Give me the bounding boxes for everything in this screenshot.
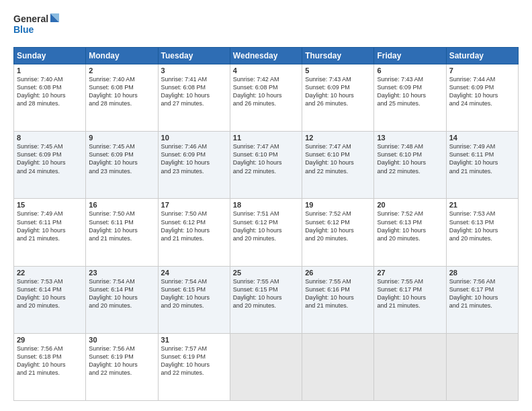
calendar-cell: [302, 333, 374, 400]
day-info: Sunrise: 7:54 AMSunset: 6:14 PMDaylight:…: [89, 277, 154, 310]
calendar-cell: 5Sunrise: 7:43 AMSunset: 6:09 PMDaylight…: [302, 64, 374, 132]
calendar-cell: 2Sunrise: 7:40 AMSunset: 6:08 PMDaylight…: [86, 64, 158, 132]
calendar-cell: 26Sunrise: 7:55 AMSunset: 6:16 PMDayligh…: [302, 266, 374, 333]
page: GeneralBlue SundayMondayTuesdayWednesday…: [0, 0, 532, 411]
day-info: Sunrise: 7:56 AMSunset: 6:19 PMDaylight:…: [89, 345, 154, 377]
day-number: 5: [305, 66, 371, 75]
calendar-cell: 23Sunrise: 7:54 AMSunset: 6:14 PMDayligh…: [86, 266, 158, 333]
day-info: Sunrise: 7:43 AMSunset: 6:09 PMDaylight:…: [305, 75, 371, 108]
calendar-cell: 11Sunrise: 7:47 AMSunset: 6:10 PMDayligh…: [230, 132, 302, 199]
day-number: 10: [161, 134, 227, 142]
calendar-cell: 7Sunrise: 7:44 AMSunset: 6:09 PMDaylight…: [446, 64, 518, 132]
calendar-cell: 22Sunrise: 7:53 AMSunset: 6:14 PMDayligh…: [14, 266, 86, 333]
calendar-table: SundayMondayTuesdayWednesdayThursdayFrid…: [13, 47, 519, 401]
day-info: Sunrise: 7:45 AMSunset: 6:09 PMDaylight:…: [89, 142, 154, 175]
day-number: 1: [17, 66, 83, 75]
logo: GeneralBlue: [13, 10, 60, 40]
day-number: 26: [305, 269, 371, 277]
calendar-cell: 17Sunrise: 7:50 AMSunset: 6:12 PMDayligh…: [158, 199, 230, 266]
day-number: 18: [233, 201, 299, 209]
day-info: Sunrise: 7:47 AMSunset: 6:10 PMDaylight:…: [305, 142, 371, 175]
day-info: Sunrise: 7:45 AMSunset: 6:09 PMDaylight:…: [17, 142, 83, 175]
calendar-header-row: SundayMondayTuesdayWednesdayThursdayFrid…: [14, 48, 519, 64]
day-number: 15: [17, 201, 83, 209]
day-number: 28: [449, 269, 515, 277]
calendar-day-header: Wednesday: [230, 48, 302, 64]
day-info: Sunrise: 7:56 AMSunset: 6:17 PMDaylight:…: [449, 277, 515, 310]
calendar-week-row: 29Sunrise: 7:56 AMSunset: 6:18 PMDayligh…: [14, 333, 519, 400]
calendar-cell: 21Sunrise: 7:53 AMSunset: 6:13 PMDayligh…: [446, 199, 518, 266]
day-info: Sunrise: 7:44 AMSunset: 6:09 PMDaylight:…: [449, 75, 515, 108]
day-number: 13: [377, 134, 443, 142]
day-info: Sunrise: 7:40 AMSunset: 6:08 PMDaylight:…: [17, 75, 83, 108]
day-info: Sunrise: 7:40 AMSunset: 6:08 PMDaylight:…: [89, 75, 154, 108]
day-info: Sunrise: 7:51 AMSunset: 6:12 PMDaylight:…: [233, 210, 299, 242]
day-number: 2: [89, 66, 154, 75]
day-info: Sunrise: 7:41 AMSunset: 6:08 PMDaylight:…: [161, 75, 227, 108]
calendar-cell: [230, 333, 302, 400]
day-info: Sunrise: 7:43 AMSunset: 6:09 PMDaylight:…: [377, 75, 443, 108]
day-info: Sunrise: 7:50 AMSunset: 6:12 PMDaylight:…: [161, 210, 227, 242]
day-number: 8: [17, 134, 83, 142]
calendar-cell: [374, 333, 446, 400]
calendar-cell: 13Sunrise: 7:48 AMSunset: 6:10 PMDayligh…: [374, 132, 446, 199]
day-number: 20: [377, 201, 443, 209]
day-number: 31: [161, 336, 227, 344]
calendar-cell: 28Sunrise: 7:56 AMSunset: 6:17 PMDayligh…: [446, 266, 518, 333]
day-number: 23: [89, 269, 154, 277]
calendar-cell: 14Sunrise: 7:49 AMSunset: 6:11 PMDayligh…: [446, 132, 518, 199]
calendar-week-row: 15Sunrise: 7:49 AMSunset: 6:11 PMDayligh…: [14, 199, 519, 266]
svg-text:General: General: [13, 13, 48, 24]
day-info: Sunrise: 7:57 AMSunset: 6:19 PMDaylight:…: [161, 345, 227, 377]
calendar-day-header: Monday: [86, 48, 158, 64]
day-info: Sunrise: 7:50 AMSunset: 6:11 PMDaylight:…: [89, 210, 154, 242]
calendar-cell: 30Sunrise: 7:56 AMSunset: 6:19 PMDayligh…: [86, 333, 158, 400]
day-info: Sunrise: 7:49 AMSunset: 6:11 PMDaylight:…: [449, 142, 515, 175]
calendar-week-row: 1Sunrise: 7:40 AMSunset: 6:08 PMDaylight…: [14, 64, 519, 132]
day-number: 4: [233, 66, 299, 75]
calendar-cell: 1Sunrise: 7:40 AMSunset: 6:08 PMDaylight…: [14, 64, 86, 132]
day-number: 17: [161, 201, 227, 209]
logo-svg: GeneralBlue: [13, 10, 60, 40]
calendar-cell: 24Sunrise: 7:54 AMSunset: 6:15 PMDayligh…: [158, 266, 230, 333]
day-number: 27: [377, 269, 443, 277]
calendar-cell: 3Sunrise: 7:41 AMSunset: 6:08 PMDaylight…: [158, 64, 230, 132]
day-number: 12: [305, 134, 371, 142]
calendar-day-header: Tuesday: [158, 48, 230, 64]
day-number: 22: [17, 269, 83, 277]
header: GeneralBlue: [13, 10, 519, 40]
calendar-cell: 12Sunrise: 7:47 AMSunset: 6:10 PMDayligh…: [302, 132, 374, 199]
calendar-cell: 6Sunrise: 7:43 AMSunset: 6:09 PMDaylight…: [374, 64, 446, 132]
day-info: Sunrise: 7:49 AMSunset: 6:11 PMDaylight:…: [17, 210, 83, 242]
calendar-week-row: 8Sunrise: 7:45 AMSunset: 6:09 PMDaylight…: [14, 132, 519, 199]
day-info: Sunrise: 7:53 AMSunset: 6:14 PMDaylight:…: [17, 277, 83, 310]
day-info: Sunrise: 7:55 AMSunset: 6:17 PMDaylight:…: [377, 277, 443, 310]
calendar-cell: 9Sunrise: 7:45 AMSunset: 6:09 PMDaylight…: [86, 132, 158, 199]
calendar-cell: [446, 333, 518, 400]
day-number: 7: [449, 66, 515, 75]
calendar-day-header: Friday: [374, 48, 446, 64]
day-info: Sunrise: 7:53 AMSunset: 6:13 PMDaylight:…: [449, 210, 515, 242]
day-number: 29: [17, 336, 83, 344]
calendar-cell: 31Sunrise: 7:57 AMSunset: 6:19 PMDayligh…: [158, 333, 230, 400]
calendar-cell: 4Sunrise: 7:42 AMSunset: 6:08 PMDaylight…: [230, 64, 302, 132]
calendar-day-header: Sunday: [14, 48, 86, 64]
day-number: 14: [449, 134, 515, 142]
day-info: Sunrise: 7:55 AMSunset: 6:16 PMDaylight:…: [305, 277, 371, 310]
day-number: 30: [89, 336, 154, 344]
svg-text:Blue: Blue: [13, 24, 34, 35]
day-number: 19: [305, 201, 371, 209]
day-number: 3: [161, 66, 227, 75]
calendar-cell: 15Sunrise: 7:49 AMSunset: 6:11 PMDayligh…: [14, 199, 86, 266]
calendar-cell: 19Sunrise: 7:52 AMSunset: 6:12 PMDayligh…: [302, 199, 374, 266]
calendar-cell: 29Sunrise: 7:56 AMSunset: 6:18 PMDayligh…: [14, 333, 86, 400]
day-info: Sunrise: 7:52 AMSunset: 6:13 PMDaylight:…: [377, 210, 443, 242]
calendar-cell: 8Sunrise: 7:45 AMSunset: 6:09 PMDaylight…: [14, 132, 86, 199]
day-info: Sunrise: 7:47 AMSunset: 6:10 PMDaylight:…: [233, 142, 299, 175]
day-info: Sunrise: 7:56 AMSunset: 6:18 PMDaylight:…: [17, 345, 83, 377]
calendar-day-header: Saturday: [446, 48, 518, 64]
day-info: Sunrise: 7:55 AMSunset: 6:15 PMDaylight:…: [233, 277, 299, 310]
calendar-cell: 10Sunrise: 7:46 AMSunset: 6:09 PMDayligh…: [158, 132, 230, 199]
calendar-day-header: Thursday: [302, 48, 374, 64]
calendar-cell: 18Sunrise: 7:51 AMSunset: 6:12 PMDayligh…: [230, 199, 302, 266]
